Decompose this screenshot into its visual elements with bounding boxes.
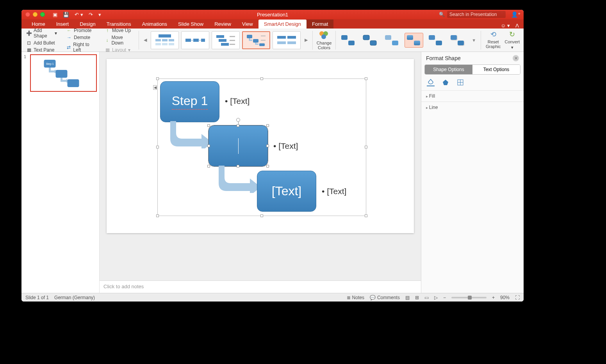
resize-handle[interactable] [260, 77, 263, 80]
rotate-handle[interactable] [236, 118, 240, 122]
layouts-prev-icon[interactable]: ◀ [142, 37, 148, 43]
layout-option-2[interactable] [181, 31, 209, 49]
thumbnail-number: 1 [24, 54, 28, 92]
smartart-node-1[interactable]: Step 1 [160, 81, 219, 122]
share-icon[interactable]: 👤⁺ [511, 11, 520, 18]
smartart-frame[interactable]: ◀ Step 1 • [Text] [157, 79, 366, 216]
layout-option-4-selected[interactable] [242, 31, 270, 49]
convert-button[interactable]: ↻Convert ▾ [504, 30, 520, 50]
size-properties-icon[interactable] [456, 79, 464, 86]
svg-rect-10 [216, 35, 224, 38]
slide[interactable]: ◀ Step 1 • [Text] [107, 59, 414, 233]
tab-animations[interactable]: Animations [137, 20, 173, 29]
smartart-layouts-gallery: ◀ ▶ [140, 31, 312, 49]
app-window: ▣ 💾 ↶ ▾ ↷ ▾ Presentation1 🔍 👤⁺ Home Inse… [21, 10, 524, 302]
fit-to-window-icon[interactable]: ⛶ [515, 295, 520, 300]
zoom-out-icon[interactable]: − [443, 295, 446, 300]
resize-handle[interactable] [156, 214, 159, 217]
style-option-5[interactable] [426, 33, 445, 48]
resize-handle[interactable] [365, 214, 367, 217]
sorter-view-icon[interactable]: ⊞ [415, 295, 419, 300]
notes-toggle[interactable]: ≣ Notes [347, 295, 364, 300]
change-colors-button[interactable]: Change Colors [314, 30, 335, 50]
tab-home[interactable]: Home [26, 20, 51, 29]
tab-slideshow[interactable]: Slide Show [173, 20, 209, 29]
qat-more-icon[interactable]: ▾ [98, 12, 101, 18]
resize-handle[interactable] [365, 77, 367, 80]
tab-review[interactable]: Review [209, 20, 237, 29]
tab-view[interactable]: View [237, 20, 258, 29]
bullet-text-1[interactable]: • [Text] [225, 96, 250, 106]
close-window-button[interactable] [25, 12, 30, 17]
shape-handle[interactable] [207, 165, 210, 168]
shape-handle[interactable] [266, 145, 269, 147]
bullet-text-3[interactable]: • [Text] [322, 187, 346, 196]
comments-toggle[interactable]: 💬 Comments [370, 295, 400, 300]
tab-insert[interactable]: Insert [51, 20, 75, 29]
notes-pane[interactable]: Click to add notes [100, 280, 421, 293]
style-option-3[interactable] [383, 33, 401, 48]
qat-slide-icon[interactable]: ▣ [53, 12, 57, 18]
resize-handle[interactable] [156, 77, 159, 80]
save-icon[interactable]: 💾 [63, 12, 69, 18]
tab-smartart-design[interactable]: SmartArt Design [258, 20, 307, 29]
svg-rect-23 [277, 41, 286, 44]
right-to-left-button[interactable]: ⇄Right to Left [66, 41, 96, 53]
minimize-window-button[interactable] [33, 12, 37, 17]
slideshow-view-icon[interactable]: ▷ [434, 295, 438, 300]
add-shape-button[interactable]: ➕Add Shape ▾ [25, 27, 58, 39]
reset-graphic-button[interactable]: ⟲Reset Graphic [486, 30, 501, 50]
status-language[interactable]: German (Germany) [54, 295, 95, 300]
search-input[interactable] [447, 11, 506, 18]
shape-handle[interactable] [266, 165, 269, 168]
close-pane-icon[interactable]: ✕ [513, 55, 519, 61]
shape-handle[interactable] [266, 124, 269, 127]
redo-icon[interactable]: ↷ [89, 12, 93, 18]
zoom-in-icon[interactable]: + [492, 295, 495, 300]
collapse-ribbon-icon[interactable]: ᐱ [515, 23, 519, 29]
zoom-slider[interactable] [451, 297, 487, 298]
status-bar: Slide 1 of 1 German (Germany) ≣ Notes 💬 … [21, 293, 524, 302]
svg-rect-17 [253, 39, 258, 43]
slide-thumbnail-1[interactable]: Step 1 [30, 54, 97, 92]
style-option-2[interactable] [361, 33, 380, 48]
normal-view-icon[interactable]: ▤ [405, 295, 410, 300]
style-option-4-selected[interactable] [405, 33, 423, 48]
svg-rect-6 [169, 43, 174, 45]
layout-option-3[interactable] [212, 31, 240, 49]
layout-option-1[interactable] [151, 31, 179, 49]
add-bullet-button[interactable]: ⊡Add Bullet [25, 40, 58, 46]
feedback-icon[interactable]: ☺ ▾ [501, 23, 510, 29]
resize-handle[interactable] [156, 146, 159, 148]
line-section[interactable]: Line [421, 102, 524, 113]
text-pane-toggle-icon[interactable]: ◀ [153, 85, 157, 90]
resize-handle[interactable] [260, 214, 263, 217]
smartart-node-2-selected[interactable] [209, 125, 268, 166]
tab-format[interactable]: Format [307, 20, 333, 29]
resize-handle[interactable] [365, 146, 367, 148]
shape-handle[interactable] [207, 124, 210, 127]
fill-line-icon[interactable] [427, 79, 435, 86]
zoom-window-button[interactable] [40, 12, 45, 17]
undo-icon[interactable]: ↶ ▾ [75, 12, 83, 18]
smartart-node-3[interactable]: [Text] [257, 171, 316, 212]
styles-more-icon[interactable]: ▼ [470, 38, 478, 43]
shape-options-tab[interactable]: Shape Options [425, 65, 472, 74]
effects-icon[interactable] [442, 79, 449, 86]
style-option-1[interactable] [339, 33, 358, 48]
style-option-6[interactable] [448, 33, 467, 48]
demote-button[interactable]: →Demote [66, 34, 96, 41]
layout-option-5[interactable] [273, 31, 301, 49]
layouts-next-icon[interactable]: ▶ [303, 37, 309, 43]
quick-access-toolbar: ▣ 💾 ↶ ▾ ↷ ▾ [53, 12, 101, 18]
shape-handle[interactable] [207, 145, 210, 147]
zoom-level[interactable]: 90% [500, 295, 510, 300]
reading-view-icon[interactable]: ▭ [424, 295, 429, 300]
move-down-button[interactable]: ↓Move Down [104, 34, 134, 46]
bullet-text-2[interactable]: • [Text] [273, 141, 298, 151]
tab-design[interactable]: Design [74, 20, 101, 29]
tab-transitions[interactable]: Transitions [101, 20, 137, 29]
fill-section[interactable]: Fill [421, 90, 524, 102]
shape-handle[interactable] [237, 124, 239, 127]
text-options-tab[interactable]: Text Options [472, 65, 520, 74]
